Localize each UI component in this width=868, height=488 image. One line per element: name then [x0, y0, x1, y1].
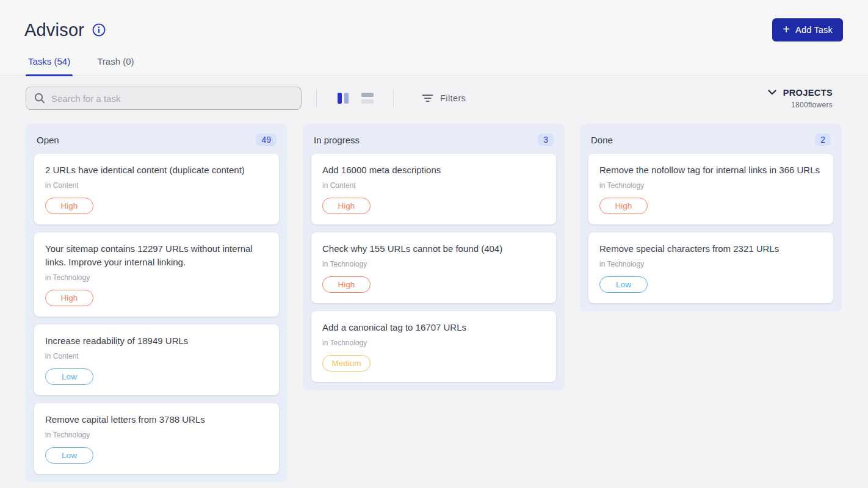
- search-icon: [34, 93, 45, 104]
- task-title: Check why 155 URLs cannot be found (404): [322, 242, 545, 256]
- filters-button[interactable]: Filters: [422, 93, 466, 103]
- task-card[interactable]: Add 16000 meta descriptionsin ContentHig…: [311, 154, 556, 224]
- column-title: In progress: [314, 135, 360, 145]
- task-category: in Technology: [599, 260, 822, 268]
- priority-badge[interactable]: High: [45, 290, 93, 306]
- project-name: 1800flowers: [768, 101, 833, 109]
- column-count-badge: 2: [815, 134, 831, 146]
- task-category: in Content: [45, 181, 268, 190]
- priority-badge[interactable]: Low: [599, 276, 648, 293]
- card-list: Add 16000 meta descriptionsin ContentHig…: [311, 154, 556, 382]
- priority-badge[interactable]: Low: [45, 447, 93, 464]
- header: Advisor + Add Task Tasks (54) Trash (0): [0, 0, 868, 76]
- toolbar-divider: [316, 89, 317, 107]
- task-title: 2 URLs have identical content (duplicate…: [45, 163, 268, 177]
- page-title: Advisor: [24, 20, 84, 40]
- toolbar: Filters PROJECTS 1800flowers: [26, 87, 833, 110]
- column-title: Open: [37, 135, 59, 145]
- projects-dropdown[interactable]: PROJECTS 1800flowers: [768, 88, 833, 109]
- task-card[interactable]: Remove the nofollow tag for internal lin…: [588, 154, 833, 224]
- task-category: in Technology: [599, 181, 822, 190]
- card-list: 2 URLs have identical content (duplicate…: [34, 154, 279, 474]
- add-task-button[interactable]: + Add Task: [772, 18, 843, 41]
- column-count-badge: 3: [538, 134, 554, 146]
- kanban-view-icon[interactable]: [338, 93, 349, 104]
- task-card[interactable]: Remove capital letters from 3788 URLsin …: [34, 403, 279, 474]
- task-title: Your sitemap contains 12297 URLs without…: [45, 242, 268, 269]
- task-card[interactable]: Check why 155 URLs cannot be found (404)…: [311, 232, 556, 303]
- task-card[interactable]: Remove special characters from 2321 URLs…: [588, 232, 833, 303]
- search-input[interactable]: [51, 93, 293, 104]
- priority-badge[interactable]: Medium: [322, 355, 371, 371]
- tab-tasks[interactable]: Tasks (54): [26, 56, 73, 75]
- task-title: Add a canonical tag to 16707 URLs: [322, 321, 545, 334]
- priority-badge[interactable]: Low: [45, 368, 93, 385]
- column-done: Done2Remove the nofollow tag for interna…: [580, 124, 842, 312]
- toolbar-divider: [393, 89, 394, 107]
- column-header: Done2: [588, 132, 833, 154]
- board: Open492 URLs have identical content (dup…: [26, 124, 842, 483]
- tab-trash[interactable]: Trash (0): [95, 56, 136, 75]
- filter-icon: [422, 94, 433, 102]
- column-title: Done: [591, 135, 613, 145]
- task-category: in Technology: [322, 260, 545, 268]
- priority-badge[interactable]: High: [322, 198, 371, 214]
- task-card[interactable]: Your sitemap contains 12297 URLs without…: [34, 232, 279, 317]
- column-in-progress: In progress3Add 16000 meta descriptionsi…: [303, 124, 565, 390]
- projects-label: PROJECTS: [783, 88, 833, 98]
- task-category: in Content: [45, 352, 268, 361]
- title-row: Advisor + Add Task: [0, 0, 868, 41]
- priority-badge[interactable]: High: [599, 198, 648, 214]
- tabs: Tasks (54) Trash (0): [0, 56, 868, 76]
- info-icon[interactable]: [92, 23, 106, 37]
- list-view-icon[interactable]: [361, 93, 374, 104]
- task-card[interactable]: Increase readability of 18949 URLsin Con…: [34, 325, 279, 395]
- task-category: in Content: [322, 181, 545, 190]
- column-header: In progress3: [311, 132, 556, 154]
- column-count-badge: 49: [256, 134, 277, 146]
- task-title: Add 16000 meta descriptions: [322, 163, 545, 177]
- chevron-down-icon: [768, 90, 776, 95]
- task-title: Remove special characters from 2321 URLs: [599, 242, 822, 256]
- search-box[interactable]: [26, 87, 302, 110]
- advisor-page: Advisor + Add Task Tasks (54) Trash (0): [0, 0, 868, 488]
- task-card[interactable]: Add a canonical tag to 16707 URLsin Tech…: [311, 311, 556, 382]
- priority-badge[interactable]: High: [45, 198, 93, 214]
- task-title: Remove the nofollow tag for internal lin…: [599, 163, 822, 177]
- column-header: Open49: [34, 132, 279, 154]
- plus-icon: +: [783, 23, 790, 35]
- task-category: in Technology: [45, 273, 268, 282]
- task-category: in Technology: [45, 431, 268, 439]
- priority-badge[interactable]: High: [322, 276, 371, 293]
- view-toggle: [338, 93, 374, 104]
- add-task-label: Add Task: [795, 25, 833, 35]
- task-title: Increase readability of 18949 URLs: [45, 334, 268, 348]
- card-list: Remove the nofollow tag for internal lin…: [588, 154, 833, 303]
- column-open: Open492 URLs have identical content (dup…: [26, 124, 288, 483]
- task-title: Remove capital letters from 3788 URLs: [45, 413, 268, 426]
- filters-label: Filters: [440, 93, 466, 103]
- task-card[interactable]: 2 URLs have identical content (duplicate…: [34, 154, 279, 224]
- task-category: in Technology: [322, 339, 545, 347]
